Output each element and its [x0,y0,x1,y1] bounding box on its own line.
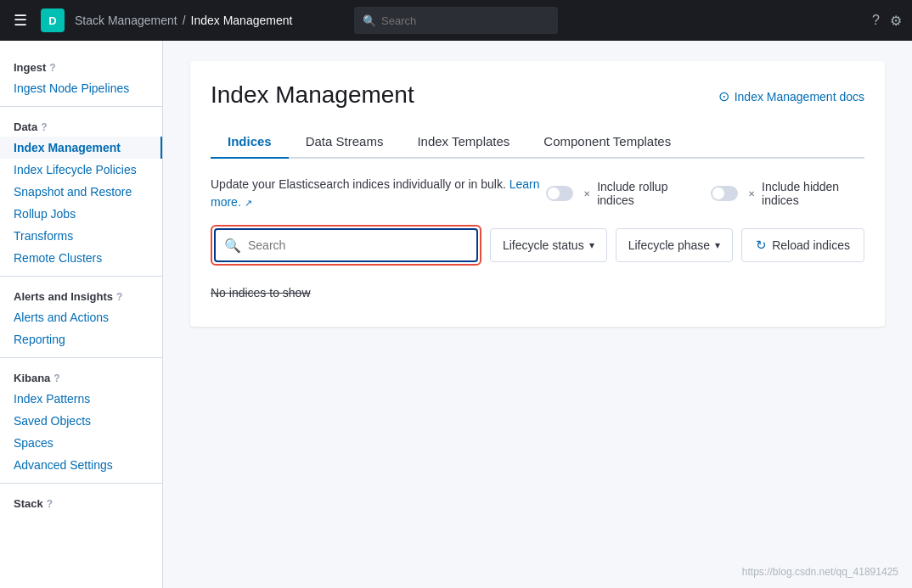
filter-row: 🔍 Lifecycle status ▾ Lifecycle phase ▾ ↻… [211,225,864,266]
docs-link-label: Index Management docs [735,90,864,104]
sidebar-item-index-patterns[interactable]: Index Patterns [0,388,162,410]
sidebar-item-spaces[interactable]: Spaces [0,432,162,454]
sidebar-divider-2 [0,276,162,277]
sidebar-item-saved-objects[interactable]: Saved Objects [0,410,162,432]
sidebar: Ingest ? Ingest Node Pipelines Data ? In… [0,41,163,588]
reload-label: Reload indices [772,238,850,252]
toggle-hidden-x: ✕ [748,189,755,199]
sidebar-section-stack: Stack ? [0,490,162,513]
description-text: Update your Elasticsearch indices indivi… [211,176,546,211]
toggle-rollup-knob [548,188,560,199]
page-title: Index Management [211,81,414,109]
content-card: Index Management ⊙ Index Management docs… [190,61,885,327]
lifecycle-phase-label: Lifecycle phase [628,238,711,252]
topbar-search-input[interactable] [381,14,549,27]
toggle-hidden-knob [712,188,724,199]
ingest-help-icon[interactable]: ? [49,62,55,74]
no-results-message: No indices to show [211,279,864,306]
sidebar-item-ingest-node-pipelines[interactable]: Ingest Node Pipelines [0,77,162,99]
sidebar-divider-1 [0,106,162,107]
alerts-help-icon[interactable]: ? [116,291,122,303]
lifecycle-status-filter[interactable]: Lifecycle status ▾ [490,228,607,262]
topbar-search[interactable]: 🔍 [354,7,558,34]
tab-data-streams[interactable]: Data Streams [289,126,401,159]
stack-help-icon[interactable]: ? [47,498,53,510]
tab-indices[interactable]: Indices [211,126,289,159]
data-help-icon[interactable]: ? [41,121,47,133]
sidebar-item-transforms[interactable]: Transforms [0,225,162,247]
sidebar-item-rollup-jobs[interactable]: Rollup Jobs [0,203,162,225]
toggle-rollup-label: Include rollup indices [597,180,694,207]
external-link-icon: ↗ [245,198,252,208]
sidebar-divider-3 [0,357,162,358]
sidebar-section-kibana: Kibana ? [0,365,162,388]
sidebar-item-index-management[interactable]: Index Management [0,137,162,159]
lifecycle-phase-chevron: ▾ [715,239,720,251]
layout: Ingest ? Ingest Node Pipelines Data ? In… [0,41,912,588]
search-icon: 🔍 [224,238,241,254]
reload-icon: ↻ [756,238,767,253]
docs-link-icon: ⊙ [718,88,729,104]
lifecycle-status-label: Lifecycle status [503,238,584,252]
sidebar-divider-4 [0,483,162,484]
reload-indices-button[interactable]: ↻ Reload indices [741,228,864,262]
help-icon[interactable]: ? [872,13,880,28]
tabs-bar: Indices Data Streams Index Templates Com… [211,126,864,159]
sidebar-item-index-lifecycle-policies[interactable]: Index Lifecycle Policies [0,159,162,181]
lifecycle-phase-filter[interactable]: Lifecycle phase ▾ [616,228,734,262]
page-header: Index Management ⊙ Index Management docs [211,81,864,109]
watermark: https://blog.csdn.net/qq_41891425 [742,566,898,578]
settings-icon[interactable]: ⚙ [890,13,902,29]
breadcrumb-current: Index Management [191,14,293,27]
search-box[interactable]: 🔍 [214,228,478,262]
topbar-right: ? ⚙ [872,13,902,29]
sidebar-item-reporting[interactable]: Reporting [0,328,162,350]
sidebar-item-alerts-actions[interactable]: Alerts and Actions [0,306,162,328]
description-row: Update your Elasticsearch indices indivi… [211,176,864,211]
topbar: ☰ D Stack Management / Index Management … [0,0,912,41]
toggle-hidden-label: Include hidden indices [762,180,864,207]
breadcrumb-separator: / [183,14,186,27]
sidebar-item-snapshot-restore[interactable]: Snapshot and Restore [0,181,162,203]
topbar-search-icon: 🔍 [363,14,376,27]
sidebar-item-advanced-settings[interactable]: Advanced Settings [0,454,162,476]
hamburger-menu-icon[interactable]: ☰ [10,8,31,33]
toggle-rollup[interactable] [546,186,573,201]
tab-index-templates[interactable]: Index Templates [400,126,526,159]
lifecycle-status-chevron: ▾ [589,239,594,251]
toggle-hidden[interactable] [711,186,738,201]
sidebar-item-remote-clusters[interactable]: Remote Clusters [0,247,162,269]
sidebar-section-alerts: Alerts and Insights ? [0,283,162,306]
user-avatar: D [41,8,65,32]
docs-link[interactable]: ⊙ Index Management docs [718,88,864,104]
tab-component-templates[interactable]: Component Templates [526,126,688,159]
breadcrumb: Stack Management / Index Management [75,14,292,27]
sidebar-section-ingest: Ingest ? [0,54,162,77]
kibana-help-icon[interactable]: ? [53,372,59,384]
sidebar-section-data: Data ? [0,114,162,137]
toggles: ✕ Include rollup indices ✕ Include hidde… [546,180,864,207]
breadcrumb-parent[interactable]: Stack Management [75,14,177,27]
toggle-rollup-group: ✕ Include rollup indices [546,180,694,207]
search-input[interactable] [248,238,468,252]
toggle-rollup-x: ✕ [583,189,590,199]
search-highlight-box: 🔍 [211,225,481,266]
toggle-hidden-group: ✕ Include hidden indices [711,180,864,207]
main-content: Index Management ⊙ Index Management docs… [163,41,912,588]
